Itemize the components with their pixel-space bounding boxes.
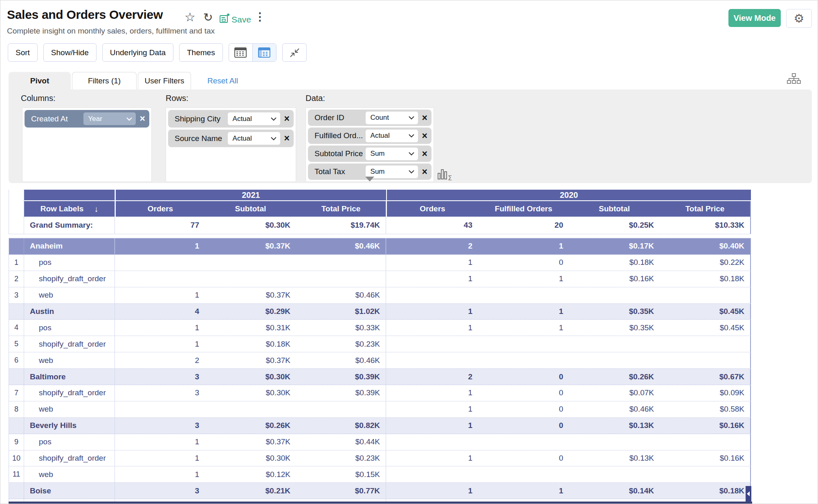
column-header[interactable]: Total Price	[296, 201, 386, 217]
year-header-2021[interactable]: 2021	[115, 190, 386, 201]
remove-field-icon[interactable]: ×	[422, 149, 427, 159]
pivot-detail-row[interactable]: 5shopify_draft_order1$0.18K$0.23K	[9, 336, 751, 352]
themes-button[interactable]: Themes	[179, 43, 223, 62]
column-header[interactable]: Subtotal	[205, 201, 296, 217]
field-chip[interactable]: Subtotal PriceSum×	[308, 146, 431, 162]
pivot-selected-row[interactable]: Anaheim1$0.37K$0.46K21$0.17K$0.40K	[9, 238, 751, 255]
data-cell: $0.37K	[205, 434, 296, 450]
aggregation-select[interactable]: Count	[366, 112, 418, 124]
scroll-more-icon[interactable]	[365, 177, 374, 181]
pivot-table-view-icon[interactable]	[252, 44, 276, 61]
data-cell: $0.26K	[569, 369, 660, 385]
aggregation-select[interactable]: Actual	[228, 132, 280, 145]
view-mode-button[interactable]: View Mode	[728, 9, 781, 27]
data-cell: $0.67K	[660, 369, 751, 385]
data-cell: $0.18K	[660, 271, 751, 287]
pivot-detail-row[interactable]: 2shopify_draft_order11$0.16K$0.18K	[9, 271, 751, 287]
data-cell: $0.16K	[660, 450, 751, 466]
pivot-detail-row[interactable]: 7shopify_draft_order3$0.30K$0.39K10$0.07…	[9, 385, 751, 401]
sort-button[interactable]: Sort	[8, 43, 38, 62]
row-labels-header[interactable]: Row Labels↓	[24, 201, 115, 217]
row-label: Anaheim	[24, 238, 115, 254]
column-header[interactable]: Orders	[386, 201, 478, 217]
column-header[interactable]: Orders	[115, 201, 205, 217]
pivot-group-row[interactable]: Beverly Hills3$0.26K$0.82K10$0.13K$0.16K	[9, 418, 751, 434]
remove-field-icon[interactable]: ×	[140, 114, 145, 123]
row-label: Boise	[24, 483, 115, 499]
show-hide-button[interactable]: Show/Hide	[43, 43, 97, 62]
field-chip[interactable]: Shipping CityActual×	[168, 110, 294, 128]
pivot-detail-row[interactable]: 9pos1$0.37K$0.44K	[9, 434, 751, 450]
collapse-panel-button[interactable]	[282, 43, 307, 62]
data-cell: 1	[386, 271, 478, 287]
data-cell: $0.31K	[205, 320, 296, 336]
column-header[interactable]: Subtotal	[569, 201, 660, 217]
tab-filters[interactable]: Filters (1)	[72, 72, 137, 90]
summary-chart-icon[interactable]: Σ	[437, 168, 454, 183]
favorite-star-icon[interactable]: ☆	[184, 11, 196, 23]
remove-field-icon[interactable]: ×	[422, 131, 427, 141]
pivot-detail-row[interactable]: 8web10$0.46K$0.58K	[9, 401, 751, 418]
pivot-summary-row[interactable]: Grand Summary:77$0.30K$19.74K4320$0.25K$…	[9, 217, 751, 234]
tab-user-filters[interactable]: User Filters	[138, 72, 191, 90]
aggregation-select[interactable]: Actual	[228, 112, 280, 125]
data-cell: 0	[478, 418, 569, 434]
column-header[interactable]: Fulfilled Orders	[478, 201, 569, 217]
reset-all-link[interactable]: Reset All	[207, 72, 238, 90]
data-cell	[205, 271, 296, 287]
data-cell: 0	[478, 385, 569, 401]
aggregation-select[interactable]: Actual	[366, 130, 418, 142]
column-header[interactable]: Total Price	[660, 201, 751, 217]
pivot-detail-row[interactable]: 4pos1$0.31K$0.33K11$0.35K$0.45K	[9, 320, 751, 336]
data-cell	[478, 336, 569, 352]
settings-gear-button[interactable]: ⚙	[786, 9, 812, 28]
remove-field-icon[interactable]: ×	[422, 167, 427, 177]
data-cell: 0	[478, 369, 569, 385]
pivot-group-row[interactable]: Austin4$0.29K$1.02K11$0.35K$0.45K	[9, 304, 751, 320]
pivot-detail-row[interactable]: 3web1$0.37K$0.46K	[9, 287, 751, 304]
refresh-icon[interactable]: ↻	[203, 12, 213, 23]
data-cell: 1	[478, 483, 569, 499]
pivot-group-row[interactable]: Boise3$0.21K$0.77K11$0.14K$0.18K	[9, 483, 751, 499]
remove-field-icon[interactable]: ×	[284, 134, 290, 143]
underlying-data-button[interactable]: Underlying Data	[102, 43, 173, 62]
tab-pivot[interactable]: Pivot	[9, 72, 71, 90]
rows-dropzone[interactable]: Shipping CityActual×Source NameActual×	[166, 108, 296, 182]
flat-table-view-icon[interactable]	[229, 44, 252, 61]
remove-field-icon[interactable]: ×	[284, 114, 290, 123]
columns-dropzone[interactable]: Created AtYear×	[22, 108, 152, 182]
data-cell: $0.30K	[205, 450, 296, 466]
data-cell: 20	[478, 217, 569, 234]
save-icon[interactable]	[219, 13, 230, 25]
pivot-detail-row[interactable]: 10shopify_draft_order1$0.30K$0.23K10$0.1…	[9, 450, 751, 467]
vertical-scrollbar-thumb[interactable]	[746, 486, 751, 502]
pivot-detail-row[interactable]: 11web1$0.12K$0.15K	[9, 466, 751, 483]
field-chip[interactable]: Order IDCount×	[308, 110, 431, 126]
pivot-detail-row[interactable]: 1pos10$0.18K$0.22K	[9, 255, 751, 271]
year-header-2020[interactable]: 2020	[386, 190, 751, 201]
data-cell: $0.23K	[296, 336, 386, 352]
pivot-group-row[interactable]: Baltimore3$0.30K$0.39K20$0.26K$0.67K	[9, 369, 751, 385]
data-cell: $0.13K	[569, 450, 660, 466]
row-number: 7	[9, 385, 24, 401]
hierarchy-view-icon[interactable]	[787, 73, 801, 86]
sort-descending-icon[interactable]: ↓	[94, 204, 98, 214]
data-cell: 1	[478, 320, 569, 336]
aggregation-select[interactable]: Sum	[366, 148, 418, 160]
field-chip[interactable]: Created AtYear×	[25, 110, 149, 128]
aggregation-select[interactable]: Year	[83, 112, 136, 125]
remove-field-icon[interactable]: ×	[422, 113, 427, 123]
field-chip[interactable]: Source NameActual×	[168, 130, 294, 147]
pivot-column-header-row: Row Labels↓OrdersSubtotalTotal PriceOrde…	[9, 201, 751, 217]
more-options-icon[interactable]: ⋮	[254, 11, 265, 22]
aggregation-value: Actual	[233, 115, 252, 123]
data-cell	[660, 287, 751, 303]
data-cell: 2	[386, 369, 478, 385]
save-button[interactable]: Save	[231, 15, 251, 25]
page-title: Sales and Orders Overview	[7, 8, 163, 22]
aggregation-select[interactable]: Sum	[366, 166, 418, 178]
pivot-detail-row[interactable]: 6web2$0.37K$0.46K	[9, 352, 751, 369]
data-cell: $0.15K	[296, 466, 386, 482]
field-chip[interactable]: Fulfilled Ord...Actual×	[308, 128, 431, 144]
data-dropzone[interactable]: Order IDCount×Fulfilled Ord...Actual×Sub…	[306, 108, 434, 182]
